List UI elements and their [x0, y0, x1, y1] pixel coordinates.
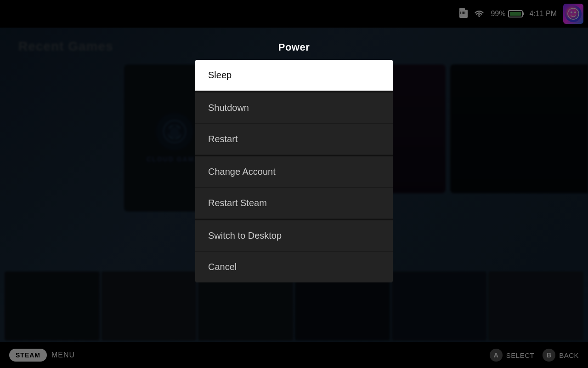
menu-item-shutdown[interactable]: Shutdown: [195, 92, 393, 124]
menu-item-switch-to-desktop[interactable]: Switch to Desktop: [195, 220, 393, 252]
dialog-title: Power: [195, 41, 393, 53]
power-menu-list: Sleep Shutdown Restart Change Account Re…: [195, 60, 393, 282]
menu-item-restart[interactable]: Restart: [195, 124, 393, 155]
menu-item-change-account[interactable]: Change Account: [195, 156, 393, 188]
power-dialog: Power Sleep Shutdown Restart Change Acco…: [195, 41, 393, 282]
menu-item-restart-steam[interactable]: Restart Steam: [195, 188, 393, 219]
menu-item-sleep[interactable]: Sleep: [195, 60, 393, 91]
menu-item-cancel[interactable]: Cancel: [195, 252, 393, 282]
